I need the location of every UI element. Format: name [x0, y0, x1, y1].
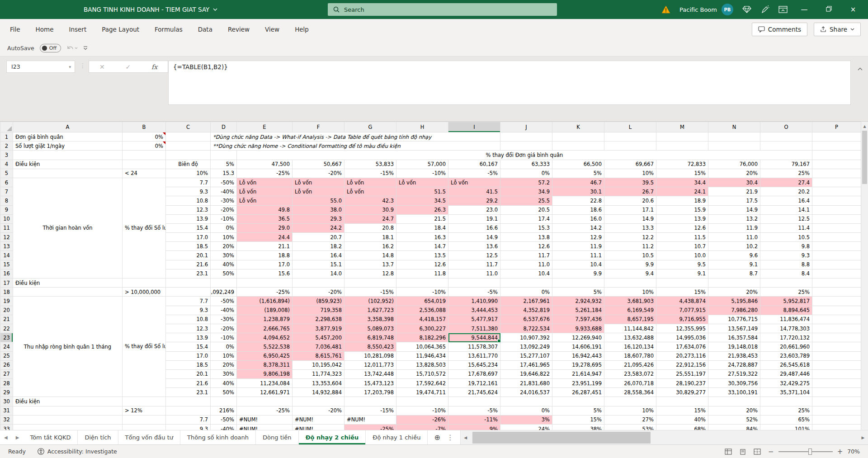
- cell-F12[interactable]: 20.7: [292, 233, 344, 242]
- cell-D16[interactable]: 50%: [211, 269, 237, 278]
- cell-M4[interactable]: 72,833: [656, 160, 708, 169]
- cell-I30[interactable]: [448, 397, 500, 406]
- cell-H15[interactable]: 12.6: [396, 260, 448, 269]
- cell-E15[interactable]: 17.0: [237, 260, 292, 269]
- cell-F6[interactable]: Lỗ vốn: [292, 178, 344, 187]
- cell-M31[interactable]: 15%: [656, 406, 708, 415]
- zoom-slider-thumb[interactable]: [808, 449, 812, 455]
- cell-E7[interactable]: Lỗ vốn: [237, 187, 292, 196]
- cell-O16[interactable]: 8.4: [760, 269, 812, 278]
- cell-J19[interactable]: 2,167,961: [500, 297, 552, 306]
- cell-K25[interactable]: 16,942,443: [552, 351, 604, 360]
- cell-C3[interactable]: [166, 151, 211, 160]
- cell-I25[interactable]: 13,611,770: [448, 351, 500, 360]
- row-header-2[interactable]: 2: [0, 142, 13, 151]
- cell-N26[interactable]: 24,728,887: [708, 360, 760, 369]
- accessibility-status[interactable]: Accessibility: Investigate: [38, 448, 117, 455]
- cell-M30[interactable]: [656, 397, 708, 406]
- cell-B18[interactable]: > 10,000,000: [123, 288, 166, 297]
- cell-J13[interactable]: 12.6: [500, 242, 552, 251]
- cell-O2[interactable]: [760, 142, 812, 151]
- cell-D11[interactable]: 0%: [211, 223, 237, 232]
- cell-N22[interactable]: 13,567,149: [708, 324, 760, 333]
- cell-P1[interactable]: [812, 132, 861, 142]
- cell-J4[interactable]: 63,333: [500, 160, 552, 169]
- cell-G18[interactable]: -15%: [344, 288, 396, 297]
- cell-O21[interactable]: 11,836,474: [760, 315, 812, 324]
- comments-button[interactable]: Comments: [752, 23, 807, 36]
- cell-D18[interactable]: 13,092,249: [211, 288, 237, 297]
- cell-K28[interactable]: 23,951,199: [552, 379, 604, 388]
- column-header-I[interactable]: I: [448, 122, 500, 132]
- cell-C4[interactable]: Biên độ: [166, 160, 211, 169]
- column-header-P[interactable]: P: [812, 122, 861, 132]
- sheet-tab-độ-nhạy-1-chiều[interactable]: Độ nhạy 1 chiều: [366, 430, 428, 444]
- page-layout-view-icon[interactable]: [739, 449, 746, 455]
- cell-N2[interactable]: [708, 142, 760, 151]
- cell-H8[interactable]: 34.5: [396, 196, 448, 205]
- cell-O31[interactable]: 25%: [760, 406, 812, 415]
- cell-E32[interactable]: #NUM!: [237, 415, 292, 424]
- cell-O15[interactable]: 8.8: [760, 260, 812, 269]
- sheet-tab-dòng-tiền[interactable]: Dòng tiền: [256, 430, 299, 444]
- ribbon-tab-home[interactable]: Home: [36, 26, 54, 33]
- cell-K17[interactable]: [552, 279, 604, 288]
- cell-I26[interactable]: 15,645,234: [448, 360, 500, 369]
- cell-J5[interactable]: 0%: [500, 169, 552, 178]
- cell-J11[interactable]: 15.3: [500, 223, 552, 232]
- cell-J14[interactable]: 11.7: [500, 251, 552, 260]
- cell-K19[interactable]: 2,924,932: [552, 297, 604, 306]
- cell-F13[interactable]: 18.2: [292, 242, 344, 251]
- cell-L9[interactable]: 17.1: [604, 205, 656, 214]
- sheet-nav-left[interactable]: ◀: [0, 430, 12, 444]
- cell-F28[interactable]: 13,353,604: [292, 379, 344, 388]
- ribbon-tab-insert[interactable]: Insert: [69, 26, 86, 33]
- cell-A3[interactable]: [13, 151, 123, 160]
- cell-H27[interactable]: 15,710,572: [396, 369, 448, 378]
- cell-M9[interactable]: 15.9: [656, 205, 708, 214]
- cell-C19[interactable]: 7.7: [166, 297, 211, 306]
- cell-D30[interactable]: [211, 397, 237, 406]
- cell-G28[interactable]: 15,473,123: [344, 379, 396, 388]
- cell-F5[interactable]: -20%: [292, 169, 344, 178]
- sheet-tab-tổng-vốn-đầu-tư[interactable]: Tổng vốn đầu tư: [118, 430, 180, 444]
- cell-J10[interactable]: 17.4: [500, 214, 552, 223]
- cell-G31[interactable]: -15%: [344, 406, 396, 415]
- cell-I31[interactable]: -5%: [448, 406, 500, 415]
- column-header-B[interactable]: B: [123, 122, 166, 132]
- cell-M13[interactable]: 10.7: [656, 242, 708, 251]
- cell-J17[interactable]: [500, 279, 552, 288]
- row-header-21[interactable]: 21: [0, 315, 13, 324]
- cell-L11[interactable]: 13.3: [604, 223, 656, 232]
- cell-G27[interactable]: 13,742,448: [344, 369, 396, 378]
- cell-G17[interactable]: [344, 279, 396, 288]
- row-header-10[interactable]: 10: [0, 214, 13, 223]
- cell-M7[interactable]: 24.1: [656, 187, 708, 196]
- cell-I5[interactable]: -5%: [448, 169, 500, 178]
- cell-A33[interactable]: [13, 425, 123, 430]
- cell-N25[interactable]: 21,938,453: [708, 351, 760, 360]
- cell-G13[interactable]: 16.2: [344, 242, 396, 251]
- close-button[interactable]: ×: [845, 5, 861, 14]
- cell-K11[interactable]: 14.2: [552, 223, 604, 232]
- cell-M25[interactable]: 20,273,116: [656, 351, 708, 360]
- cell-L17[interactable]: [604, 279, 656, 288]
- cell-N9[interactable]: 14.9: [708, 205, 760, 214]
- cell-P2[interactable]: [812, 142, 861, 151]
- cell-N18[interactable]: 20%: [708, 288, 760, 297]
- cell-J33[interactable]: 24%: [500, 425, 552, 430]
- cell-D33[interactable]: -40%: [211, 425, 237, 430]
- cell-C1[interactable]: [166, 132, 211, 142]
- cell-N15[interactable]: 9.1: [708, 260, 760, 269]
- cell-G14[interactable]: 14.8: [344, 251, 396, 260]
- scroll-left-arrow[interactable]: ◀: [461, 435, 471, 440]
- horizontal-scrollbar[interactable]: ◀ ▶: [460, 430, 868, 444]
- cell-D26[interactable]: 20%: [211, 360, 237, 369]
- row-header-27[interactable]: 27: [0, 369, 13, 378]
- cell-G9[interactable]: 30.9: [344, 205, 396, 214]
- scroll-up-arrow[interactable]: ▲: [861, 122, 868, 131]
- cell-O19[interactable]: 5,952,817: [760, 297, 812, 306]
- cell-I23[interactable]: 9,544,844: [448, 333, 500, 342]
- cell-L32[interactable]: 27%: [604, 415, 656, 424]
- cell-H17[interactable]: [396, 279, 448, 288]
